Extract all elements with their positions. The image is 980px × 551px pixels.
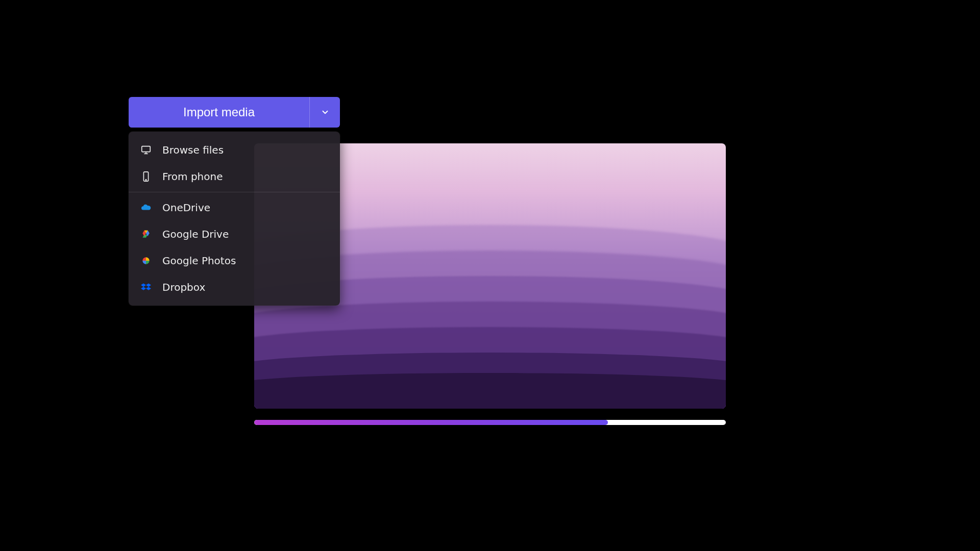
menu-item-onedrive[interactable]: OneDrive	[129, 194, 340, 221]
chevron-down-icon	[319, 106, 331, 118]
menu-item-dropbox[interactable]: Dropbox	[129, 274, 340, 300]
svg-marker-11	[141, 287, 146, 290]
menu-item-label: Google Drive	[162, 228, 229, 240]
import-dropdown-toggle[interactable]	[309, 97, 340, 128]
stage: Import media Browse files	[0, 0, 980, 551]
progress-bar[interactable]	[254, 420, 726, 425]
svg-point-4	[145, 180, 146, 180]
menu-item-browse-files[interactable]: Browse files	[129, 137, 340, 163]
dropbox-icon	[140, 281, 152, 293]
phone-icon	[140, 170, 152, 183]
import-split-button: Import media	[129, 97, 340, 128]
import-dropdown-menu: Browse files From phone One	[129, 132, 340, 306]
import-cluster: Import media Browse files	[129, 97, 340, 306]
menu-divider	[129, 192, 340, 192]
google-drive-icon	[140, 228, 152, 240]
menu-item-label: From phone	[162, 170, 223, 183]
menu-item-label: Browse files	[162, 144, 224, 156]
menu-item-from-phone[interactable]: From phone	[129, 163, 340, 190]
monitor-icon	[140, 144, 152, 156]
svg-marker-10	[146, 284, 151, 287]
menu-item-label: OneDrive	[162, 202, 210, 214]
import-media-button[interactable]: Import media	[129, 97, 309, 128]
svg-marker-9	[141, 284, 146, 287]
progress-fill	[254, 420, 608, 425]
google-photos-icon	[140, 255, 152, 267]
menu-item-label: Dropbox	[162, 281, 205, 293]
import-media-label: Import media	[183, 105, 255, 119]
svg-marker-12	[146, 287, 151, 290]
menu-item-google-drive[interactable]: Google Drive	[129, 221, 340, 247]
menu-item-label: Google Photos	[162, 255, 236, 267]
svg-marker-5	[142, 235, 148, 238]
menu-item-google-photos[interactable]: Google Photos	[129, 247, 340, 274]
onedrive-icon	[140, 202, 152, 214]
mountain-ridge	[254, 373, 726, 409]
svg-rect-0	[142, 146, 151, 152]
